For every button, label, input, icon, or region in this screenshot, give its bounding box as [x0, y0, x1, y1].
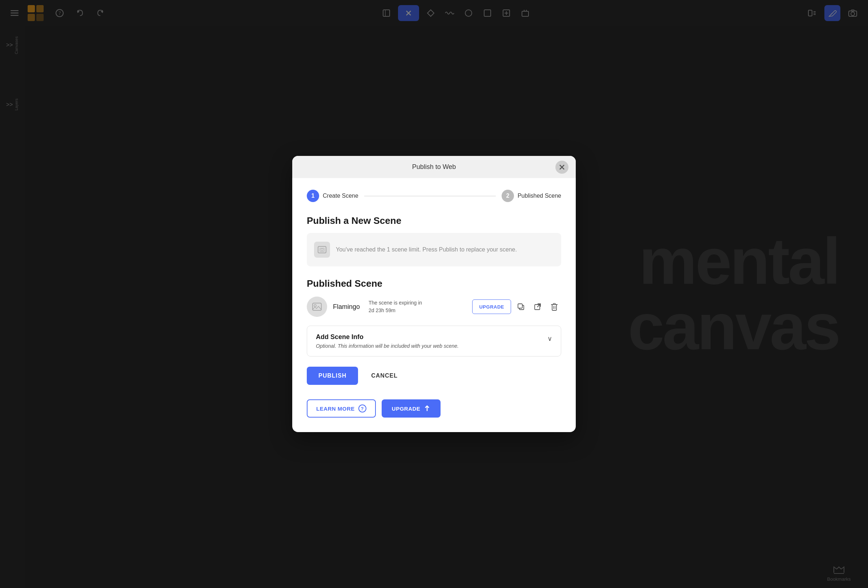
modal-overlay: Publish to Web 1 Create Scene 2	[0, 0, 868, 588]
published-scene-title: Published Scene	[307, 278, 561, 289]
learn-more-icon: ?	[359, 404, 366, 413]
svg-rect-34	[313, 303, 321, 310]
svg-rect-31	[318, 246, 326, 253]
step-2-circle: 2	[502, 190, 514, 202]
svg-point-35	[314, 305, 316, 307]
step-2: 2 Published Scene	[502, 190, 561, 202]
learn-more-button[interactable]: LEARN MORE ?	[307, 399, 376, 417]
accordion-subtitle: Optional. This information will be inclu…	[316, 343, 459, 349]
publish-button[interactable]: PUBLISH	[307, 367, 358, 385]
add-scene-info-accordion[interactable]: Add Scene Info Optional. This informatio…	[307, 326, 561, 357]
limit-notice: You've reached the 1 scene limit. Press …	[307, 233, 561, 267]
scene-thumbnail	[307, 296, 327, 317]
copy-link-button[interactable]	[514, 300, 528, 314]
delete-scene-button[interactable]	[548, 300, 561, 314]
step-1-circle: 1	[307, 190, 319, 202]
open-scene-button[interactable]	[531, 300, 545, 314]
action-buttons: PUBLISH CANCEL	[307, 367, 561, 385]
svg-rect-37	[518, 304, 522, 308]
steps-indicator: 1 Create Scene 2 Published Scene	[307, 190, 561, 202]
svg-rect-40	[553, 304, 555, 305]
limit-notice-icon	[314, 242, 330, 258]
step-2-label: Published Scene	[518, 193, 561, 199]
bottom-buttons: LEARN MORE ? UPGRADE	[307, 399, 561, 417]
modal-body: 1 Create Scene 2 Published Scene Publish…	[292, 178, 576, 432]
scene-upgrade-button[interactable]: UPGRADE	[472, 299, 511, 314]
step-1: 1 Create Scene	[307, 190, 359, 202]
publish-new-title: Publish a New Scene	[307, 215, 561, 226]
scene-name: Flamingo	[333, 303, 360, 311]
modal-close-button[interactable]	[555, 161, 568, 174]
accordion-content: Add Scene Info Optional. This informatio…	[316, 333, 459, 349]
upgrade-arrow-icon	[424, 405, 430, 412]
modal-header: Publish to Web	[292, 156, 576, 178]
accordion-chevron-icon: ∨	[548, 335, 552, 343]
upgrade-button[interactable]: UPGRADE	[382, 399, 441, 417]
step-connector	[364, 196, 496, 196]
accordion-header[interactable]: Add Scene Info Optional. This informatio…	[307, 326, 561, 356]
scene-expiry: The scene is expiring in 2d 23h 59m	[369, 299, 466, 314]
step-1-label: Create Scene	[323, 193, 359, 199]
scene-actions: UPGRADE	[472, 299, 561, 314]
modal: Publish to Web 1 Create Scene 2	[292, 156, 576, 432]
limit-notice-text: You've reached the 1 scene limit. Press …	[336, 246, 517, 253]
modal-title: Publish to Web	[412, 163, 456, 171]
accordion-title: Add Scene Info	[316, 333, 459, 341]
svg-point-33	[321, 249, 323, 251]
scene-item: Flamingo The scene is expiring in 2d 23h…	[307, 296, 561, 317]
cancel-button[interactable]: CANCEL	[365, 367, 403, 385]
